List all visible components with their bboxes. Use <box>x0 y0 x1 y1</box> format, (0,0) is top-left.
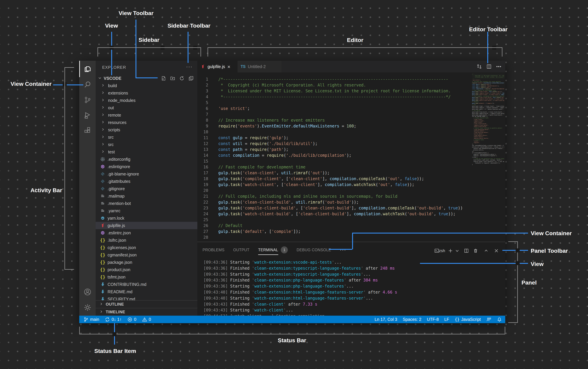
git-file-icon <box>100 186 105 191</box>
code-line-26: 26// Default <box>197 223 505 229</box>
file-row-.yarnrc[interactable]: .yarnrc <box>96 207 197 214</box>
panel-more-icon[interactable]: ··· <box>340 247 346 253</box>
section-timeline[interactable]: TIMELINE <box>96 308 197 316</box>
bracket-panel-bottom <box>508 322 518 323</box>
file-row-.git-blame-ignore[interactable]: .git-blame-ignore <box>96 170 197 178</box>
plus-icon[interactable] <box>448 248 453 253</box>
file-row-.mailmap[interactable]: .mailmap <box>96 192 197 200</box>
panel-tab-output[interactable]: OUTPUT <box>233 242 250 258</box>
code-editor[interactable]: 1/*-------------------------------------… <box>197 72 505 241</box>
editor-tab-bar: gulpfile.js×TSUntitled-2× <box>197 61 505 72</box>
file-row-src[interactable]: src <box>96 133 197 141</box>
activity-bar-extensions-icon[interactable] <box>79 123 96 138</box>
chevron-right-icon <box>101 128 105 132</box>
activity-bar-debug-icon[interactable] <box>79 108 96 123</box>
file-row-gulpfile.js[interactable]: gulpfile.js <box>96 222 197 229</box>
file-row-package.json[interactable]: {}package.json <box>96 259 197 266</box>
file-row-node_modules[interactable]: node_modules <box>96 97 197 104</box>
chevron-down-icon <box>98 76 102 80</box>
file-row-test[interactable]: test <box>96 148 197 156</box>
code-line-28: 28 <box>197 235 505 240</box>
json-file-icon: {} <box>100 267 105 272</box>
activity-bar-files-icon[interactable] <box>79 61 96 77</box>
status-item-LF[interactable]: LF <box>444 317 449 322</box>
pointer-view <box>111 32 112 75</box>
open-changes-icon[interactable] <box>477 64 482 69</box>
split-editor-icon[interactable] <box>486 64 492 69</box>
trash-icon[interactable] <box>473 248 478 253</box>
code-line-4: 4 *-------------------------------------… <box>197 94 505 100</box>
file-row-src[interactable]: src <box>96 141 197 148</box>
ellipsis-icon[interactable] <box>496 64 501 69</box>
sidebar-more-icon[interactable]: ··· <box>186 64 193 70</box>
close-icon[interactable] <box>494 248 499 253</box>
code-line-21: 21// Full compile, including nls and inl… <box>197 194 505 199</box>
panel-tab-debug-console[interactable]: DEBUG CONSOLE <box>296 242 331 258</box>
panel-tab-terminal[interactable]: TERMINAL1 <box>258 242 288 258</box>
chevron-right-icon <box>99 310 103 314</box>
chevron-right-icon <box>101 98 105 103</box>
status-item-Ln 17, Col 3[interactable]: Ln 17, Col 3 <box>375 317 397 322</box>
status-item-JavaScript[interactable]: {}JavaScript <box>455 317 481 322</box>
collapse-all-icon[interactable] <box>189 76 194 81</box>
file-row-.eslintrc.json[interactable]: .eslintrc.json <box>96 229 197 237</box>
tab-gulpfile.js[interactable]: gulpfile.js× <box>197 61 238 72</box>
pointer-panel-toolbar <box>502 250 528 251</box>
json-file-icon: {} <box>100 252 105 258</box>
file-row-yarn.lock[interactable]: yarn.lock <box>96 214 197 222</box>
terminal-output[interactable]: [09:43:36] Starting 'watch-extension:vsc… <box>204 259 397 319</box>
file-row-CONTRIBUTING.md[interactable]: CONTRIBUTING.md <box>96 281 197 288</box>
new-file-icon[interactable] <box>161 76 166 81</box>
file-row-build[interactable]: build <box>96 82 197 89</box>
tab-Untitled-2[interactable]: TSUntitled-2× <box>238 61 282 72</box>
status-item-warning[interactable]: 0 <box>142 317 151 322</box>
bracket-panel-v <box>517 241 518 323</box>
file-row-remote[interactable]: remote <box>96 111 197 119</box>
chevron-up-icon[interactable] <box>484 248 489 253</box>
status-item-error[interactable]: 0 <box>127 317 136 322</box>
file-row-extensions[interactable]: extensions <box>96 89 197 97</box>
file-row-.editorconfig[interactable]: .editorconfig <box>96 156 197 163</box>
activity-bar-account-icon[interactable] <box>79 284 96 299</box>
bracket-editor-left <box>208 47 208 57</box>
code-line-6: 6'use strict'; <box>197 106 505 111</box>
file-row-.mention-bot[interactable]: .mention-bot <box>96 200 197 207</box>
refresh-icon[interactable] <box>179 76 184 81</box>
file-row-.gitignore[interactable]: .gitignore <box>96 185 197 192</box>
file-row-resources[interactable]: resources <box>96 119 197 126</box>
status-item-bell[interactable] <box>497 317 502 322</box>
status-item-Spaces: 2[interactable]: Spaces: 2 <box>403 317 421 322</box>
status-item-sync[interactable]: 0↓ 1↑ <box>105 317 122 322</box>
file-row-scripts[interactable]: scripts <box>96 126 197 133</box>
activity-bar-source-control-icon[interactable] <box>79 92 96 108</box>
chevron-right-icon <box>101 83 105 88</box>
pointer-view-toolbar-v <box>136 20 136 78</box>
chevron-down-icon[interactable] <box>455 248 460 253</box>
file-row-tsfmt.json[interactable]: {}tsfmt.json <box>96 273 197 281</box>
md-file-icon <box>100 282 105 287</box>
file-row-.eslintignore[interactable]: .eslintignore <box>96 163 197 170</box>
file-row-.gitattributes[interactable]: .gitattributes <box>96 178 197 185</box>
split-editor-icon[interactable] <box>464 248 469 253</box>
activity-bar-settings-icon[interactable] <box>79 300 96 315</box>
panel-tab-problems[interactable]: PROBLEMS <box>202 242 224 258</box>
list-file-icon <box>100 193 105 199</box>
file-row-product.json[interactable]: {}product.json <box>96 266 197 273</box>
file-row-cgmanifest.json[interactable]: {}cgmanifest.json <box>96 251 197 259</box>
file-row-.lsifrc.json[interactable]: {}.lsifrc.json <box>96 237 197 244</box>
pointer-view-right <box>420 263 528 264</box>
minimap[interactable]: /*--------------------------------------… <box>472 74 504 191</box>
bracket-panel-top <box>508 241 518 242</box>
section-outline[interactable]: OUTLINE <box>96 300 197 308</box>
status-item-feedback[interactable] <box>486 317 491 322</box>
close-icon[interactable]: × <box>227 64 230 70</box>
status-item-branch[interactable]: main <box>84 317 99 322</box>
file-row-README.md[interactable]: README.md <box>96 288 197 295</box>
bracket-editor-top <box>208 47 502 48</box>
file-row-out[interactable]: out <box>96 104 197 111</box>
new-folder-icon[interactable] <box>170 76 175 81</box>
chevron-right-icon <box>101 105 105 110</box>
status-item-UTF-8[interactable]: UTF-8 <box>427 317 439 322</box>
file-row-cglicenses.json[interactable]: {}cglicenses.json <box>96 244 197 251</box>
explorer-root-row[interactable]: VSCODE <box>96 75 197 82</box>
